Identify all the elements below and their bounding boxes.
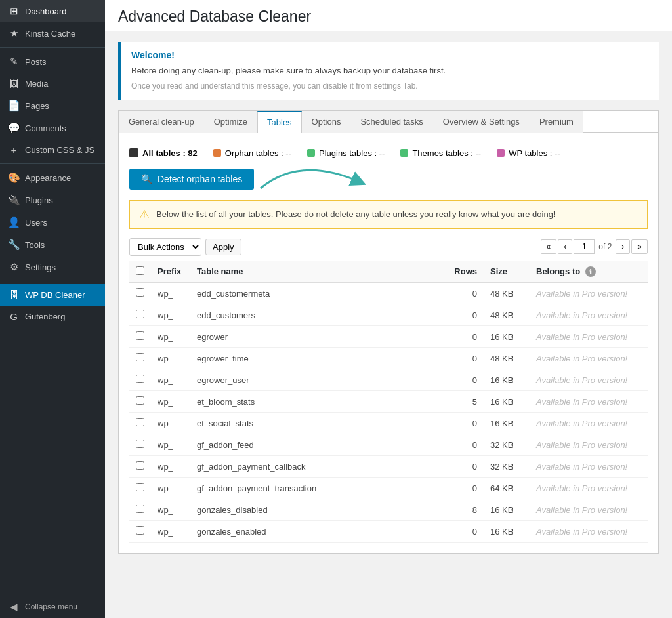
row-table-name: gonzales_enabled	[190, 521, 444, 543]
prev-page-button[interactable]: ‹	[558, 239, 572, 254]
summary-all-tables: All tables : 82	[129, 148, 198, 158]
sidebar-item-kinsta-cache[interactable]: ★ Kinsta Cache	[0, 22, 105, 45]
sidebar-item-custom-css-js[interactable]: + Custom CSS & JS	[0, 139, 105, 161]
row-checkbox[interactable]	[136, 288, 144, 297]
welcome-title: Welcome!	[131, 50, 648, 60]
row-checkbox[interactable]	[136, 375, 144, 383]
sidebar-item-pages[interactable]: 📄 Pages	[0, 94, 105, 117]
row-size: 48 KB	[484, 283, 530, 304]
table-row: wp_ egrower_user 0 16 KB Available in Pr…	[129, 369, 648, 391]
select-all-checkbox[interactable]	[136, 266, 144, 275]
row-table-name: gf_addon_payment_callback	[190, 456, 444, 478]
sidebar-item-media[interactable]: 🖼 Media	[0, 73, 105, 94]
row-checkbox[interactable]	[136, 526, 144, 535]
themes-dot	[400, 149, 408, 157]
row-prefix: wp_	[151, 304, 190, 326]
row-table-name: et_social_stats	[190, 413, 444, 434]
table-row: wp_ et_bloom_stats 5 16 KB Available in …	[129, 391, 648, 413]
tab-options[interactable]: Options	[302, 111, 351, 133]
row-table-name: et_bloom_stats	[190, 391, 444, 413]
table-row: wp_ gf_addon_feed 0 32 KB Available in P…	[129, 434, 648, 456]
summary-wp-tables: WP tables : --	[497, 148, 560, 158]
summary-plugins-tables: Plugins tables : --	[307, 148, 385, 158]
row-checkbox[interactable]	[136, 418, 144, 426]
warning-icon: ⚠	[139, 207, 150, 222]
first-page-button[interactable]: «	[541, 239, 557, 254]
header-belongs-to: Belongs to ℹ	[530, 261, 648, 283]
tab-tables[interactable]: Tables	[257, 111, 302, 133]
tab-overview-settings[interactable]: Overview & Settings	[433, 111, 530, 133]
sidebar-item-appearance[interactable]: 🎨 Appearance	[0, 167, 105, 189]
row-rows: 0	[444, 413, 484, 434]
row-rows: 0	[444, 283, 484, 304]
pagination: « ‹ of 2 › »	[541, 239, 648, 254]
row-checkbox[interactable]	[136, 440, 144, 448]
gutenberg-icon: G	[8, 311, 20, 322]
belongs-info-icon[interactable]: ℹ	[585, 266, 596, 277]
settings-icon: ⚙	[8, 261, 20, 273]
row-size: 48 KB	[484, 304, 530, 326]
users-icon: 👤	[8, 216, 20, 228]
bulk-actions-left: Bulk Actions Apply	[129, 238, 242, 256]
bulk-actions-select[interactable]: Bulk Actions	[129, 238, 201, 256]
next-page-button[interactable]: ›	[616, 239, 630, 254]
row-prefix: wp_	[151, 521, 190, 543]
row-table-name: gf_addon_payment_transaction	[190, 478, 444, 499]
row-checkbox[interactable]	[136, 331, 144, 340]
page-number-input[interactable]	[574, 239, 595, 254]
row-belongs-to: Available in Pro version!	[530, 478, 648, 499]
arrow-annotation	[261, 162, 366, 195]
row-size: 16 KB	[484, 521, 530, 543]
tab-scheduled-tasks[interactable]: Scheduled tasks	[350, 111, 432, 133]
row-checkbox[interactable]	[136, 483, 144, 491]
last-page-button[interactable]: »	[631, 239, 648, 254]
row-checkbox[interactable]	[136, 461, 144, 470]
row-belongs-to: Available in Pro version!	[530, 434, 648, 456]
appearance-icon: 🎨	[8, 172, 20, 184]
row-checkbox[interactable]	[136, 396, 144, 405]
tables-data-table: Prefix Table name Rows Size Belongs to ℹ…	[129, 261, 648, 543]
sidebar-item-dashboard[interactable]: ⊞ Dashboard	[0, 0, 105, 22]
sidebar-item-users[interactable]: 👤 Users	[0, 211, 105, 234]
row-belongs-to: Available in Pro version!	[530, 413, 648, 434]
sidebar-item-posts[interactable]: ✎ Posts	[0, 51, 105, 73]
detect-orphan-tables-button[interactable]: 🔍 Detect orphan tables	[129, 169, 254, 190]
row-checkbox[interactable]	[136, 505, 144, 513]
row-size: 16 KB	[484, 391, 530, 413]
apply-button[interactable]: Apply	[205, 239, 242, 255]
page-title: Advanced Database Cleaner	[118, 8, 659, 26]
row-rows: 5	[444, 391, 484, 413]
sidebar-item-settings[interactable]: ⚙ Settings	[0, 256, 105, 278]
row-prefix: wp_	[151, 499, 190, 521]
orphan-dot	[213, 149, 221, 157]
sidebar-item-collapse[interactable]: ◀ Collapse menu	[0, 596, 105, 618]
tab-general-cleanup[interactable]: General clean-up	[119, 111, 204, 133]
tab-premium[interactable]: Premium	[530, 111, 583, 133]
detect-btn-wrapper: 🔍 Detect orphan tables	[129, 169, 254, 190]
plugin-panel: All tables : 82 Orphan tables : -- Plugi…	[118, 132, 659, 554]
sidebar-item-plugins[interactable]: 🔌 Plugins	[0, 189, 105, 211]
row-checkbox-cell	[129, 348, 151, 369]
row-checkbox-cell	[129, 391, 151, 413]
page-header: Advanced Database Cleaner	[105, 0, 672, 31]
sidebar-item-gutenberg[interactable]: G Gutenberg	[0, 306, 105, 327]
row-prefix: wp_	[151, 348, 190, 369]
tabs-container: General clean-up Optimize Tables Options…	[118, 110, 659, 132]
row-prefix: wp_	[151, 369, 190, 391]
row-rows: 0	[444, 348, 484, 369]
all-tables-icon	[129, 148, 138, 157]
row-checkbox-cell	[129, 326, 151, 348]
summary-themes-tables: Themes tables : --	[400, 148, 481, 158]
row-checkbox[interactable]	[136, 310, 144, 318]
row-prefix: wp_	[151, 413, 190, 434]
row-size: 16 KB	[484, 326, 530, 348]
row-checkbox-cell	[129, 413, 151, 434]
row-size: 16 KB	[484, 369, 530, 391]
sidebar-item-wp-db-cleaner[interactable]: 🗄 WP DB Cleaner	[0, 284, 105, 306]
tab-optimize[interactable]: Optimize	[204, 111, 257, 133]
sidebar-item-tools[interactable]: 🔧 Tools	[0, 234, 105, 256]
row-checkbox[interactable]	[136, 353, 144, 361]
sidebar-item-comments[interactable]: 💬 Comments	[0, 117, 105, 139]
row-prefix: wp_	[151, 434, 190, 456]
table-row: wp_ gonzales_disabled 8 16 KB Available …	[129, 499, 648, 521]
